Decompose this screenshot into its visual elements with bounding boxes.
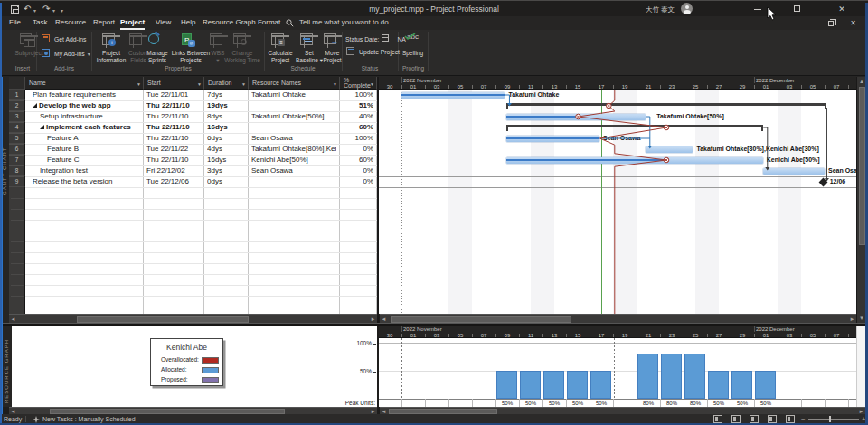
links-between-projects-button[interactable]: P∞Links BetweenProjects	[170, 32, 212, 63]
spelling-button[interactable]: abcSpelling	[398, 32, 428, 57]
tab-project[interactable]: Project	[120, 16, 145, 30]
task-name-cell[interactable]: Release the beta version	[33, 176, 138, 187]
row-number[interactable]: 3	[9, 111, 25, 122]
close-button[interactable]: ✕	[829, 1, 854, 17]
percent-complete-cell[interactable]: 51%	[343, 100, 373, 111]
update-project-button[interactable]: Update Project	[346, 47, 400, 57]
percent-complete-cell[interactable]: 0%	[343, 144, 373, 155]
allocation-bar[interactable]	[684, 354, 705, 399]
resource-names-cell[interactable]: Sean Osawa	[251, 133, 336, 144]
duration-cell[interactable]: 6dys	[207, 133, 245, 144]
document-close-button[interactable]: ✕	[847, 17, 859, 29]
start-date-cell[interactable]: Thu 22/11/10	[146, 122, 201, 133]
duration-cell[interactable]: 16dys	[207, 122, 245, 133]
allocation-bar[interactable]	[567, 371, 588, 399]
duration-cell[interactable]: 8dys	[207, 111, 245, 122]
custom-fields-button[interactable]: CustomFields	[128, 32, 148, 63]
my-addins-button[interactable]: My Add-ins▾	[42, 49, 90, 59]
document-restore-button[interactable]	[825, 17, 836, 29]
task-usage-view-icon[interactable]	[731, 415, 741, 423]
resource-names-cell[interactable]: Takafumi Ohtake	[251, 90, 336, 100]
expand-collapse-icon[interactable]	[40, 125, 44, 129]
allocation-bar[interactable]	[520, 371, 541, 399]
column-header-duration[interactable]: Duration▼	[204, 77, 249, 90]
start-date-cell[interactable]: Thu 22/11/10	[146, 100, 201, 111]
column-header-start[interactable]: Start▼	[144, 77, 204, 90]
resource-sheet-view-icon[interactable]	[768, 415, 777, 423]
percent-complete-cell[interactable]: 60%	[343, 122, 373, 133]
percent-complete-cell[interactable]: 100%	[343, 90, 373, 100]
resource-names-cell[interactable]: Sean Osawa	[251, 165, 336, 176]
task-name-cell[interactable]: Integration test	[40, 165, 138, 176]
task-name-cell[interactable]: Feature C	[47, 155, 138, 165]
tab-resource[interactable]: Resource	[55, 16, 86, 30]
resource-graph-right-scrollbar[interactable]: ◄ ►	[380, 407, 865, 414]
allocation-bar[interactable]	[590, 371, 611, 399]
maximize-button[interactable]	[784, 1, 809, 17]
zoom-slider[interactable]	[808, 419, 859, 420]
duration-cell[interactable]: 3dys	[207, 165, 245, 176]
gantt-horizontal-scrollbar[interactable]: ◄ ►	[380, 314, 856, 323]
start-date-cell[interactable]: Thu 22/11/10	[146, 111, 201, 122]
manage-sprints-button[interactable]: ManageSprints	[146, 32, 168, 63]
zoom-slider-thumb[interactable]	[829, 416, 831, 422]
expand-collapse-icon[interactable]	[33, 103, 37, 108]
scrollbar-thumb[interactable]	[391, 316, 571, 323]
user-name[interactable]: 大竹 泰文	[646, 5, 675, 14]
row-number[interactable]: 9	[9, 176, 25, 187]
filter-dropdown-icon[interactable]: ▼	[197, 81, 202, 87]
store-button[interactable]: Get Add-ins	[42, 34, 87, 44]
start-date-cell[interactable]: Tue 22/11/22	[146, 144, 201, 155]
allocation-bar[interactable]	[637, 354, 658, 399]
tell-me-search[interactable]: Tell me what you want to do	[299, 16, 389, 30]
row-number[interactable]: 4	[9, 122, 25, 133]
percent-complete-cell[interactable]: 60%	[343, 155, 373, 165]
filter-dropdown-icon[interactable]: ▼	[370, 81, 374, 87]
task-name-cell[interactable]: Implement each features	[40, 122, 138, 133]
task-name-cell[interactable]: Setup infrastructure	[40, 111, 138, 122]
tab-report[interactable]: Report	[93, 16, 115, 30]
gantt-chart-view-icon[interactable]	[713, 415, 722, 423]
gantt-vertical-scrollbar[interactable]: ▲ ▼	[856, 77, 865, 323]
move-project-button[interactable]: →MoveProject	[321, 32, 344, 63]
duration-cell[interactable]: 4dys	[207, 144, 245, 155]
task-name-cell[interactable]: Feature B	[47, 144, 138, 155]
allocation-bar[interactable]	[543, 371, 564, 399]
percent-complete-cell[interactable]: 100%	[343, 133, 373, 144]
row-number[interactable]: 2	[9, 100, 25, 111]
table-horizontal-scrollbar[interactable]: ◄ ►	[9, 314, 377, 323]
resource-names-cell[interactable]: Takafumi Ohtake[50%]	[251, 111, 336, 122]
tab-file[interactable]: File	[9, 16, 21, 30]
calculate-project-button[interactable]: ≡CalculateProject	[266, 32, 295, 63]
start-date-cell[interactable]: Thu 22/11/10	[146, 155, 201, 165]
duration-cell[interactable]: 0dys	[207, 176, 245, 187]
allocation-bar[interactable]	[755, 371, 776, 399]
column-header-resourcenames[interactable]: Resource Names▼	[249, 77, 340, 90]
start-date-cell[interactable]: Fri 22/12/02	[146, 165, 201, 176]
column-header-complete[interactable]: %Complete▼	[340, 77, 377, 90]
team-planner-view-icon[interactable]	[750, 415, 759, 423]
filter-dropdown-icon[interactable]: ▼	[137, 81, 141, 87]
tab-resource-graph-format[interactable]: Resource Graph Format	[203, 16, 280, 30]
tab-help[interactable]: Help	[181, 16, 195, 30]
duration-cell[interactable]: 16dys	[207, 155, 245, 165]
task-name-cell[interactable]: Develop the web app	[33, 100, 138, 111]
tab-view[interactable]: View	[156, 16, 171, 30]
task-name-cell[interactable]: Feature A	[47, 133, 138, 144]
start-date-cell[interactable]: Tue 22/11/01	[146, 90, 201, 100]
change-working-time-button[interactable]: ChangeWorking Time	[223, 32, 261, 63]
row-number[interactable]: 6	[9, 144, 25, 155]
filter-dropdown-icon[interactable]: ▼	[333, 81, 337, 87]
start-date-cell[interactable]: Thu 22/11/10	[146, 133, 201, 144]
report-view-icon[interactable]	[786, 415, 795, 423]
column-header-name[interactable]: Name▼	[25, 77, 144, 90]
filter-dropdown-icon[interactable]: ▼	[241, 81, 246, 87]
allocation-bar[interactable]	[496, 371, 517, 399]
allocation-bar[interactable]	[708, 371, 729, 399]
task-name-cell[interactable]: Plan feature requirements	[33, 90, 138, 100]
row-number[interactable]: 7	[9, 155, 25, 165]
scrollbar-thumb[interactable]	[859, 87, 865, 245]
row-number[interactable]: 5	[9, 133, 25, 144]
duration-cell[interactable]: 19dys	[207, 100, 245, 111]
resource-names-cell[interactable]: Takafumi Ohtake[80%],Kenichi Abe[30%]	[251, 144, 336, 155]
